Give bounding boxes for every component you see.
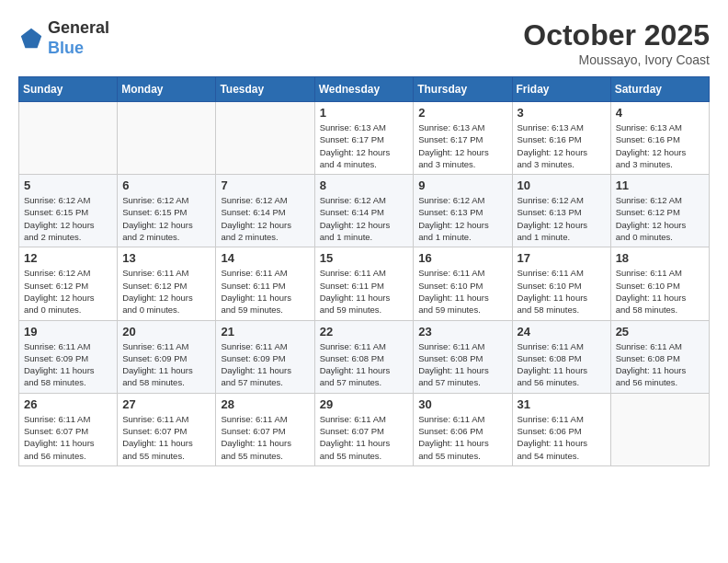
weekday-header-monday: Monday (118, 77, 216, 102)
logo-line2: Blue (48, 39, 109, 59)
calendar-cell: 9Sunrise: 6:12 AM Sunset: 6:13 PM Daylig… (414, 175, 512, 247)
day-number: 10 (518, 178, 606, 192)
day-info: Sunrise: 6:12 AM Sunset: 6:12 PM Dayligh… (24, 267, 112, 316)
calendar-cell: 11Sunrise: 6:12 AM Sunset: 6:12 PM Dayli… (610, 175, 709, 247)
day-info: Sunrise: 6:12 AM Sunset: 6:12 PM Dayligh… (616, 194, 704, 243)
day-info: Sunrise: 6:11 AM Sunset: 6:10 PM Dayligh… (616, 267, 704, 316)
weekday-header-row: SundayMondayTuesdayWednesdayThursdayFrid… (19, 77, 710, 102)
day-info: Sunrise: 6:12 AM Sunset: 6:13 PM Dayligh… (418, 194, 506, 243)
calendar-cell: 14Sunrise: 6:11 AM Sunset: 6:11 PM Dayli… (216, 247, 314, 320)
day-number: 11 (616, 178, 704, 192)
calendar-cell: 18Sunrise: 6:11 AM Sunset: 6:10 PM Dayli… (610, 247, 709, 320)
calendar-cell (19, 102, 118, 175)
calendar-cell: 3Sunrise: 6:13 AM Sunset: 6:16 PM Daylig… (512, 102, 610, 175)
day-number: 19 (24, 325, 112, 339)
calendar-cell: 25Sunrise: 6:11 AM Sunset: 6:08 PM Dayli… (610, 320, 709, 393)
day-info: Sunrise: 6:11 AM Sunset: 6:08 PM Dayligh… (320, 340, 409, 389)
day-number: 22 (320, 325, 409, 339)
page-header: General Blue October 2025 Moussayo, Ivor… (18, 18, 710, 67)
calendar-cell: 12Sunrise: 6:12 AM Sunset: 6:12 PM Dayli… (19, 247, 118, 320)
day-number: 30 (418, 397, 506, 411)
day-number: 13 (122, 251, 210, 265)
calendar-cell: 19Sunrise: 6:11 AM Sunset: 6:09 PM Dayli… (19, 320, 118, 393)
day-info: Sunrise: 6:11 AM Sunset: 6:06 PM Dayligh… (518, 413, 606, 462)
calendar-cell: 23Sunrise: 6:11 AM Sunset: 6:08 PM Dayli… (414, 320, 512, 393)
day-info: Sunrise: 6:11 AM Sunset: 6:07 PM Dayligh… (320, 413, 409, 462)
day-info: Sunrise: 6:12 AM Sunset: 6:15 PM Dayligh… (24, 194, 112, 243)
day-info: Sunrise: 6:11 AM Sunset: 6:07 PM Dayligh… (122, 413, 210, 462)
calendar-cell: 27Sunrise: 6:11 AM Sunset: 6:07 PM Dayli… (118, 393, 216, 465)
calendar-cell: 20Sunrise: 6:11 AM Sunset: 6:09 PM Dayli… (118, 320, 216, 393)
calendar-table: SundayMondayTuesdayWednesdayThursdayFrid… (18, 76, 710, 466)
day-info: Sunrise: 6:11 AM Sunset: 6:11 PM Dayligh… (221, 267, 309, 316)
day-info: Sunrise: 6:12 AM Sunset: 6:14 PM Dayligh… (320, 194, 409, 243)
day-info: Sunrise: 6:11 AM Sunset: 6:07 PM Dayligh… (24, 413, 112, 462)
day-info: Sunrise: 6:11 AM Sunset: 6:06 PM Dayligh… (418, 413, 506, 462)
day-number: 12 (24, 251, 112, 265)
calendar-cell: 10Sunrise: 6:12 AM Sunset: 6:13 PM Dayli… (512, 175, 610, 247)
day-info: Sunrise: 6:11 AM Sunset: 6:09 PM Dayligh… (122, 340, 210, 389)
calendar-cell: 6Sunrise: 6:12 AM Sunset: 6:15 PM Daylig… (118, 175, 216, 247)
day-info: Sunrise: 6:11 AM Sunset: 6:08 PM Dayligh… (616, 340, 704, 389)
day-info: Sunrise: 6:11 AM Sunset: 6:10 PM Dayligh… (418, 267, 506, 316)
day-number: 8 (320, 178, 409, 192)
calendar-cell: 28Sunrise: 6:11 AM Sunset: 6:07 PM Dayli… (216, 393, 314, 465)
day-number: 25 (616, 325, 704, 339)
day-number: 26 (24, 397, 112, 411)
calendar-cell (216, 102, 314, 175)
day-info: Sunrise: 6:13 AM Sunset: 6:16 PM Dayligh… (616, 121, 704, 170)
weekday-header-thursday: Thursday (414, 77, 512, 102)
week-row-1: 1Sunrise: 6:13 AM Sunset: 6:17 PM Daylig… (19, 102, 710, 175)
calendar-cell: 26Sunrise: 6:11 AM Sunset: 6:07 PM Dayli… (19, 393, 118, 465)
day-info: Sunrise: 6:11 AM Sunset: 6:09 PM Dayligh… (221, 340, 309, 389)
logo-line1: General (48, 18, 109, 39)
calendar-cell: 22Sunrise: 6:11 AM Sunset: 6:08 PM Dayli… (314, 320, 414, 393)
calendar-cell: 13Sunrise: 6:11 AM Sunset: 6:12 PM Dayli… (118, 247, 216, 320)
calendar-cell: 30Sunrise: 6:11 AM Sunset: 6:06 PM Dayli… (414, 393, 512, 465)
weekday-header-saturday: Saturday (610, 77, 709, 102)
day-info: Sunrise: 6:11 AM Sunset: 6:09 PM Dayligh… (24, 340, 112, 389)
day-number: 5 (24, 178, 112, 192)
day-info: Sunrise: 6:11 AM Sunset: 6:08 PM Dayligh… (518, 340, 606, 389)
calendar-cell (610, 393, 709, 465)
calendar-cell: 4Sunrise: 6:13 AM Sunset: 6:16 PM Daylig… (610, 102, 709, 175)
calendar-cell: 2Sunrise: 6:13 AM Sunset: 6:17 PM Daylig… (414, 102, 512, 175)
day-number: 9 (418, 178, 506, 192)
calendar-cell: 21Sunrise: 6:11 AM Sunset: 6:09 PM Dayli… (216, 320, 314, 393)
logo-icon (18, 26, 44, 52)
day-number: 18 (616, 251, 704, 265)
day-number: 31 (518, 397, 606, 411)
calendar-cell: 24Sunrise: 6:11 AM Sunset: 6:08 PM Dayli… (512, 320, 610, 393)
weekday-header-wednesday: Wednesday (314, 77, 414, 102)
day-number: 29 (320, 397, 409, 411)
svg-marker-0 (21, 28, 41, 47)
day-info: Sunrise: 6:11 AM Sunset: 6:07 PM Dayligh… (221, 413, 309, 462)
weekday-header-sunday: Sunday (19, 77, 118, 102)
calendar-cell: 31Sunrise: 6:11 AM Sunset: 6:06 PM Dayli… (512, 393, 610, 465)
day-number: 16 (418, 251, 506, 265)
day-number: 15 (320, 251, 409, 265)
calendar-cell: 16Sunrise: 6:11 AM Sunset: 6:10 PM Dayli… (414, 247, 512, 320)
calendar-cell (118, 102, 216, 175)
week-row-5: 26Sunrise: 6:11 AM Sunset: 6:07 PM Dayli… (19, 393, 710, 465)
day-info: Sunrise: 6:13 AM Sunset: 6:16 PM Dayligh… (518, 121, 606, 170)
day-number: 14 (221, 251, 309, 265)
day-info: Sunrise: 6:11 AM Sunset: 6:12 PM Dayligh… (122, 267, 210, 316)
day-number: 1 (320, 106, 409, 120)
day-info: Sunrise: 6:12 AM Sunset: 6:15 PM Dayligh… (122, 194, 210, 243)
day-info: Sunrise: 6:13 AM Sunset: 6:17 PM Dayligh… (320, 121, 409, 170)
day-info: Sunrise: 6:12 AM Sunset: 6:14 PM Dayligh… (221, 194, 309, 243)
title-section: October 2025 Moussayo, Ivory Coast (523, 18, 710, 67)
weekday-header-tuesday: Tuesday (216, 77, 314, 102)
day-number: 21 (221, 325, 309, 339)
day-number: 3 (518, 106, 606, 120)
day-info: Sunrise: 6:11 AM Sunset: 6:11 PM Dayligh… (320, 267, 409, 316)
week-row-2: 5Sunrise: 6:12 AM Sunset: 6:15 PM Daylig… (19, 175, 710, 247)
day-number: 27 (122, 397, 210, 411)
logo: General Blue (18, 18, 109, 58)
day-number: 4 (616, 106, 704, 120)
weekday-header-friday: Friday (512, 77, 610, 102)
calendar-cell: 5Sunrise: 6:12 AM Sunset: 6:15 PM Daylig… (19, 175, 118, 247)
day-info: Sunrise: 6:13 AM Sunset: 6:17 PM Dayligh… (418, 121, 506, 170)
week-row-3: 12Sunrise: 6:12 AM Sunset: 6:12 PM Dayli… (19, 247, 710, 320)
